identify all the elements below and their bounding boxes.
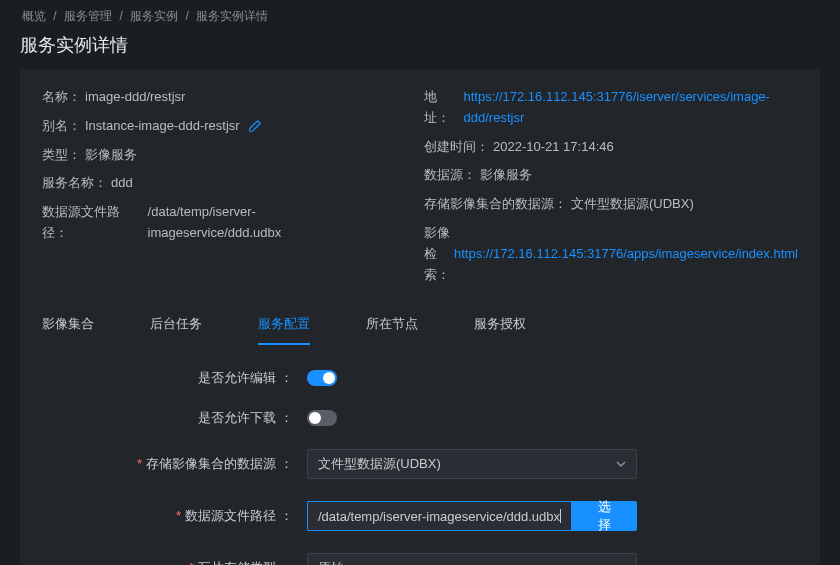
chevron-down-icon — [616, 459, 626, 469]
ds-label: 数据源： — [424, 165, 476, 186]
edit-icon[interactable] — [248, 119, 262, 133]
tile-type-select[interactable]: 原始 — [307, 553, 637, 565]
allow-download-switch[interactable] — [307, 410, 337, 426]
addr-link[interactable]: https://172.16.112.145:31776/iserver/ser… — [464, 87, 798, 129]
tab-nodes[interactable]: 所在节点 — [366, 305, 418, 345]
ds-path-choose-button[interactable]: 选 择 — [571, 501, 637, 531]
type-label: 类型： — [42, 145, 81, 166]
ds-path-label: 数据源文件路径： — [42, 202, 144, 244]
info-col-right: 地址： https://172.16.112.145:31776/iserver… — [424, 87, 798, 285]
info-col-left: 名称： image-ddd/restjsr 别名： Instance-image… — [42, 87, 384, 285]
name-value: image-ddd/restjsr — [85, 87, 185, 108]
ds-value: 影像服务 — [480, 165, 532, 186]
tab-service-auth[interactable]: 服务授权 — [474, 305, 526, 345]
allow-edit-switch[interactable] — [307, 370, 337, 386]
allow-edit-label: 是否允许编辑： — [42, 369, 307, 387]
created-value: 2022-10-21 17:14:46 — [493, 137, 614, 158]
service-name-label: 服务名称： — [42, 173, 107, 194]
breadcrumb-item[interactable]: 服务管理 — [64, 9, 112, 23]
ds-path-form-label: *数据源文件路径： — [42, 507, 307, 525]
alias-value: Instance-image-ddd-restjsr — [85, 116, 240, 137]
breadcrumb-sep: / — [119, 9, 122, 23]
tab-image-collection[interactable]: 影像集合 — [42, 305, 94, 345]
store-ds-value: 文件型数据源(UDBX) — [571, 194, 694, 215]
breadcrumb: 概览 / 服务管理 / 服务实例 / 服务实例详情 — [0, 0, 840, 29]
tile-type-select-value: 原始 — [318, 559, 344, 565]
ds-path-value: /data/temp/iserver-imageservice/ddd.udbx — [148, 202, 384, 244]
service-name-value: ddd — [111, 173, 133, 194]
detail-panel: 名称： image-ddd/restjsr 别名： Instance-image… — [20, 69, 820, 565]
store-ds-form-label: *存储影像集合的数据源： — [42, 455, 307, 473]
search-link[interactable]: https://172.16.112.145:31776/apps/images… — [454, 244, 798, 265]
search-label: 影像检索： — [424, 223, 450, 285]
tabs: 影像集合 后台任务 服务配置 所在节点 服务授权 — [42, 305, 798, 345]
breadcrumb-item[interactable]: 概览 — [22, 9, 46, 23]
tab-service-config[interactable]: 服务配置 — [258, 305, 310, 345]
breadcrumb-item-current: 服务实例详情 — [196, 9, 268, 23]
page-title: 服务实例详情 — [0, 29, 840, 69]
name-label: 名称： — [42, 87, 81, 108]
alias-label: 别名： — [42, 116, 81, 137]
ds-path-input[interactable]: /data/temp/iserver-imageservice/ddd.udbx — [307, 501, 571, 531]
store-ds-select-value: 文件型数据源(UDBX) — [318, 455, 441, 473]
breadcrumb-sep: / — [185, 9, 188, 23]
allow-download-label: 是否允许下载： — [42, 409, 307, 427]
type-value: 影像服务 — [85, 145, 137, 166]
config-form: 是否允许编辑： 是否允许下载： *存储影像集合的数据源： 文件型数据源(UDBX… — [42, 345, 798, 565]
info-grid: 名称： image-ddd/restjsr 别名： Instance-image… — [42, 87, 798, 285]
addr-label: 地址： — [424, 87, 460, 129]
breadcrumb-item[interactable]: 服务实例 — [130, 9, 178, 23]
breadcrumb-sep: / — [53, 9, 56, 23]
store-ds-select[interactable]: 文件型数据源(UDBX) — [307, 449, 637, 479]
tab-background-tasks[interactable]: 后台任务 — [150, 305, 202, 345]
tile-type-label: *瓦片存储类型： — [42, 559, 307, 565]
store-ds-label: 存储影像集合的数据源： — [424, 194, 567, 215]
created-label: 创建时间： — [424, 137, 489, 158]
